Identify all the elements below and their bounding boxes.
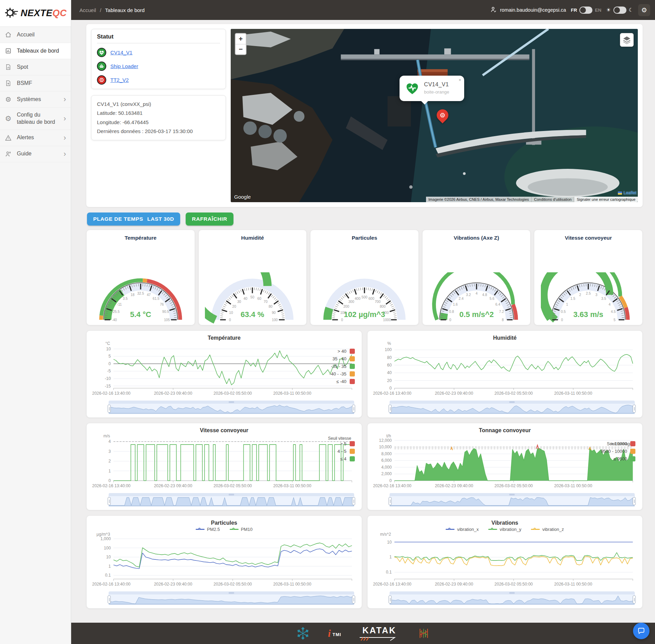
sidebar-item-systemes[interactable]: Systèmes› <box>0 91 71 108</box>
slider-window[interactable] <box>390 496 635 506</box>
svg-text:2026-03-02 05:50:00: 2026-03-02 05:50:00 <box>494 391 533 396</box>
svg-text:4,000: 4,000 <box>381 465 392 470</box>
chat-button[interactable] <box>633 623 649 639</box>
map[interactable]: + − × <box>231 29 638 202</box>
svg-text:700: 700 <box>375 300 381 304</box>
legend-item-pm10[interactable]: PM10 <box>230 527 253 532</box>
legend-item-40[interactable]: ≤ -40 <box>336 379 355 384</box>
svg-text:7.2: 7.2 <box>499 310 504 314</box>
breadcrumb: Accueil / Tableaux de bord <box>79 7 145 13</box>
slider-rail[interactable] <box>109 401 354 404</box>
legend-marker <box>230 529 239 530</box>
theme-toggle[interactable] <box>613 7 626 14</box>
slider-window[interactable] <box>390 594 635 605</box>
chart-card-tonnage-convoyeur: Tonnage convoyeur12,00010,0008,0006,0004… <box>367 423 643 510</box>
slider-handle-left[interactable] <box>108 405 111 413</box>
slider-rail[interactable] <box>390 591 635 594</box>
leaflet-credit[interactable]: Leaflet <box>618 190 636 195</box>
slider-window[interactable] <box>390 404 635 414</box>
popup-close-icon[interactable]: × <box>459 78 461 82</box>
legend-item-pm2-5[interactable]: PM2.5 <box>196 527 220 532</box>
user-menu[interactable]: romain.baudouin@cegepsi.ca <box>490 6 566 14</box>
svg-text:10,000: 10,000 <box>379 445 392 449</box>
legend-item-5[interactable]: > 5 <box>340 441 354 446</box>
legend-swatch <box>350 349 355 354</box>
slider-handle-left[interactable] <box>389 405 392 413</box>
sidebar-item-spot[interactable]: Spot <box>0 59 71 75</box>
sidebar-item-bsmf[interactable]: BSMF <box>0 75 71 91</box>
svg-text:5: 5 <box>108 354 111 359</box>
status-item-ship-loader: Ship Loader <box>97 62 220 71</box>
svg-text:2026-03-11 00:50:00: 2026-03-11 00:50:00 <box>273 582 312 587</box>
legend-swatch <box>350 456 355 461</box>
slider-window[interactable] <box>109 496 354 506</box>
slider-handle-right[interactable] <box>633 596 636 603</box>
slider-handle-left[interactable] <box>389 497 392 505</box>
slider-handle-left[interactable] <box>108 596 111 603</box>
svg-text:m/s: m/s <box>103 434 110 438</box>
legend-item-9500[interactable]: ≤ 9500 <box>613 456 635 461</box>
legend-item-40-35[interactable]: -40 - -35 <box>329 371 354 376</box>
slider-handle-right[interactable] <box>352 596 355 603</box>
svg-text:2026-02-16 13:40:00: 2026-02-16 13:40:00 <box>373 391 412 396</box>
breadcrumb-current: Tableaux de bord <box>105 7 145 13</box>
legend-item-10000[interactable]: > 10000 <box>611 441 635 446</box>
language-toggle[interactable] <box>579 7 592 14</box>
svg-text:5.6: 5.6 <box>489 297 494 301</box>
legend-item-vibration-z[interactable]: vibration_z <box>531 527 564 532</box>
info-line-2: Longitude: -66.476445 <box>97 118 220 127</box>
legend-item-40[interactable]: > 40 <box>338 349 355 354</box>
sun-icon: ☀ <box>606 7 611 13</box>
map-layers-button[interactable] <box>620 33 634 47</box>
svg-text:2026-02-23 09:40:00: 2026-02-23 09:40:00 <box>435 483 473 488</box>
ship-status-icon <box>97 62 106 71</box>
slider-window[interactable] <box>109 404 354 414</box>
legend-item-vibration-y[interactable]: vibration_y <box>488 527 521 532</box>
svg-text:2: 2 <box>108 459 111 463</box>
status-link-ship-loader[interactable]: Ship Loader <box>110 63 138 69</box>
language-switch: FR EN <box>571 7 601 14</box>
slider-rail[interactable] <box>109 591 354 594</box>
legend-item-vibration-x[interactable]: vibration_x <box>446 527 479 532</box>
sidebar-item-tableaux-de-bord[interactable]: Tableaux de bord <box>0 43 71 59</box>
legend-item-4[interactable]: ≤ 4 <box>340 456 355 461</box>
svg-text:100: 100 <box>104 546 111 550</box>
slider-handle-right[interactable] <box>633 405 636 413</box>
legend-item-4-5[interactable]: 4 - 5 <box>337 449 354 454</box>
report-error-link[interactable]: Signaler une erreur cartographique <box>574 197 638 202</box>
sidebar-item-guide[interactable]: Guide› <box>0 146 71 162</box>
status-link-tt2-v2[interactable]: TT2_V2 <box>110 77 129 83</box>
breadcrumb-home-link[interactable]: Accueil <box>79 7 96 13</box>
slider-handle-right[interactable] <box>352 497 355 505</box>
legend-swatch <box>630 441 635 446</box>
svg-text:2: 2 <box>579 293 581 297</box>
slider-handle-right[interactable] <box>352 405 355 413</box>
slider-rail[interactable] <box>390 401 635 404</box>
legend-item-35-35[interactable]: -35 - 35 <box>331 364 355 369</box>
slider-handle-right[interactable] <box>633 497 636 505</box>
svg-text:800: 800 <box>380 305 385 308</box>
svg-text:3: 3 <box>108 449 111 454</box>
legend-item-35-40[interactable]: 35 - 40 <box>332 356 354 361</box>
legend-item-9500-10000[interactable]: 9500 - 10000 <box>601 449 635 454</box>
sidebar-item-config-du-tableau-de-bord[interactable]: ⚙Config du tableau de bord› <box>0 108 71 130</box>
app-logo[interactable]: NEXTEQC <box>0 0 71 27</box>
refresh-button[interactable]: RAFRAÎCHIR <box>186 212 233 226</box>
zoom-in-button[interactable]: + <box>236 34 246 44</box>
svg-text:6.4: 6.4 <box>495 303 500 306</box>
slider-window[interactable] <box>109 594 354 605</box>
settings-button[interactable]: ⚙ <box>638 4 650 16</box>
slider-rail[interactable] <box>109 493 354 496</box>
terms-link[interactable]: Conditions d'utilisation <box>531 197 574 202</box>
slider-handle-left[interactable] <box>389 596 392 603</box>
svg-text:32.5: 32.5 <box>137 292 144 295</box>
zoom-out-button[interactable]: − <box>236 44 246 54</box>
status-link-cv14-v1[interactable]: CV14_V1 <box>110 50 132 55</box>
time-range-button[interactable]: PLAGE DE TEMPSLAST 30D <box>87 212 180 226</box>
sidebar-item-accueil[interactable]: Accueil <box>0 27 71 43</box>
slider-handle-left[interactable] <box>108 497 111 505</box>
svg-text:600: 600 <box>369 297 374 301</box>
time-range-slider <box>109 401 354 414</box>
sidebar-item-alertes[interactable]: Alertes› <box>0 130 71 146</box>
slider-rail[interactable] <box>390 493 635 496</box>
